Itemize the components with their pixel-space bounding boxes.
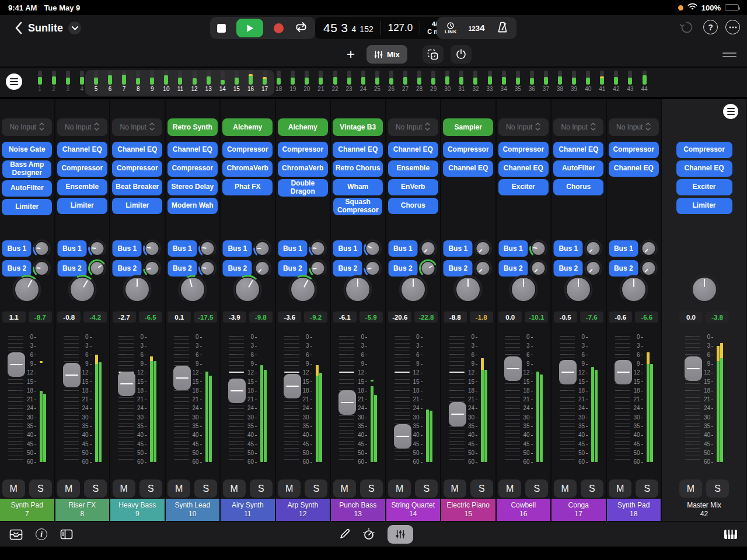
instrument-button[interactable]: Sampler [443,118,493,136]
mute-button[interactable]: M [554,480,577,498]
overview-track-27[interactable]: 27 [398,69,412,96]
send-bus-button[interactable]: Bus 1 [167,240,197,257]
send-bus-button[interactable]: Bus 1 [333,240,362,257]
volume-fader-handle[interactable] [173,366,191,390]
volume-fader-handle[interactable] [685,356,702,381]
plugin-button[interactable]: Channel EQ [609,160,659,177]
pan-knob[interactable] [12,274,42,304]
pan-knob[interactable] [288,274,318,304]
back-button[interactable] [9,19,27,37]
mute-button[interactable]: M [57,480,80,498]
send-level-knob[interactable] [142,239,162,258]
pan-knob[interactable] [689,274,720,304]
input-selector[interactable]: No Input [388,118,438,136]
volume-fader-handle[interactable] [559,360,577,384]
overview-track-44[interactable]: 44 [637,69,651,96]
pan-knob[interactable] [177,274,208,304]
input-selector[interactable]: No Input [498,118,549,136]
mute-button[interactable]: M [679,480,702,498]
edit-pencil-button[interactable] [338,528,350,540]
overview-track-42[interactable]: 42 [609,69,623,96]
overview-track-29[interactable]: 29 [427,69,441,96]
volume-value[interactable]: -0.6 [609,312,632,323]
peak-level-value[interactable]: -6.5 [139,312,162,323]
overview-track-36[interactable]: 36 [525,69,539,96]
plugin-button[interactable]: Exciter [498,179,549,195]
plugin-button[interactable]: Compressor [278,142,328,158]
overview-track-10[interactable]: 10 [159,69,173,96]
overview-track-7[interactable]: 7 [117,69,131,96]
send-level-knob[interactable] [584,239,603,258]
plugin-button[interactable]: Exciter [676,179,732,195]
track-name-label[interactable]: Synth Pad18 [607,499,661,521]
send-bus-button[interactable]: Bus 1 [554,240,583,257]
overview-track-12[interactable]: 12 [187,69,201,96]
solo-button[interactable]: S [360,480,383,498]
project-menu-button[interactable] [68,22,81,34]
volume-fader-handle[interactable] [449,402,466,426]
pan-knob[interactable] [398,274,428,304]
volume-value[interactable]: -20.6 [388,312,411,323]
mute-button[interactable]: M [223,480,246,498]
overview-track-30[interactable]: 30 [441,69,455,96]
instrument-button[interactable]: Retro Synth [167,118,218,136]
plugin-button[interactable]: Bass Amp Designer [2,160,51,178]
pan-knob[interactable] [343,274,373,304]
tempo-display[interactable]: 127.0 [388,22,413,34]
plugin-button[interactable]: Channel EQ [333,142,383,158]
peak-level-value[interactable]: -6.6 [635,312,658,323]
send-level-knob[interactable] [197,239,217,258]
volume-fader-handle[interactable] [615,360,632,384]
add-track-button[interactable]: + [342,46,359,63]
volume-value[interactable]: -6.1 [333,312,357,323]
plugin-button[interactable]: Compressor [443,142,493,158]
overview-track-32[interactable]: 32 [469,69,483,96]
send-bus-button[interactable]: Bus 1 [444,240,473,257]
plugin-button[interactable]: Double Dragon [278,179,328,197]
mute-button[interactable]: M [444,480,466,498]
plugin-button[interactable]: Compressor [112,160,162,177]
plugin-button[interactable]: Phat FX [222,179,273,195]
overview-track-1[interactable]: 1 [33,69,47,96]
peak-level-value[interactable]: -8.7 [29,312,52,323]
plugin-button[interactable]: Beat Breaker [112,179,162,195]
plugin-button[interactable]: Limiter [57,198,107,214]
send-bus-button[interactable]: Bus 1 [498,240,528,257]
overview-track-19[interactable]: 19 [286,69,300,96]
peak-level-value[interactable]: -22.8 [414,312,438,323]
peak-level-value[interactable]: -3.8 [706,312,729,323]
volume-value[interactable]: 0.0 [679,312,703,323]
plugin-button[interactable]: Ensemble [57,179,107,195]
peak-level-value[interactable]: -4.2 [83,312,107,323]
overview-track-3[interactable]: 3 [61,69,75,96]
solo-button[interactable]: S [636,480,658,498]
count-in-button[interactable]: 1234 [469,23,485,33]
mixer-overview-icon[interactable] [6,74,22,90]
browser-library-icon[interactable] [9,529,23,540]
volume-value[interactable]: -0.8 [57,312,81,323]
track-name-label[interactable]: Arp Synth12 [276,499,330,521]
volume-fader-handle[interactable] [504,356,522,381]
volume-fader-handle[interactable] [118,372,135,396]
help-button[interactable]: ? [703,20,718,34]
track-name-label[interactable]: Synth Pad7 [0,499,54,521]
solo-button[interactable]: S [305,480,327,498]
mixer-overview-icon[interactable] [723,104,738,119]
lcd-display[interactable]: 45 3 4 152 127.0 4/4 C min [315,17,453,39]
volume-fader-handle[interactable] [63,363,81,387]
overview-track-40[interactable]: 40 [581,69,595,96]
volume-value[interactable]: 0.1 [167,312,191,323]
peak-level-value[interactable]: -9.8 [249,312,273,323]
input-selector[interactable]: No Input [609,118,659,136]
volume-fader-handle[interactable] [394,424,411,449]
stop-button[interactable] [217,24,226,33]
overview-track-15[interactable]: 15 [229,69,243,96]
solo-button[interactable]: S [139,480,162,498]
track-name-label[interactable]: Punch Bass13 [331,499,385,521]
send-bus-button[interactable]: Bus 1 [223,240,252,257]
volume-value[interactable]: -0.5 [554,312,577,323]
overview-track-11[interactable]: 11 [173,69,187,96]
more-options-button[interactable] [725,20,740,34]
volume-fader-handle[interactable] [338,390,356,415]
link-button[interactable]: LINK [445,22,457,34]
